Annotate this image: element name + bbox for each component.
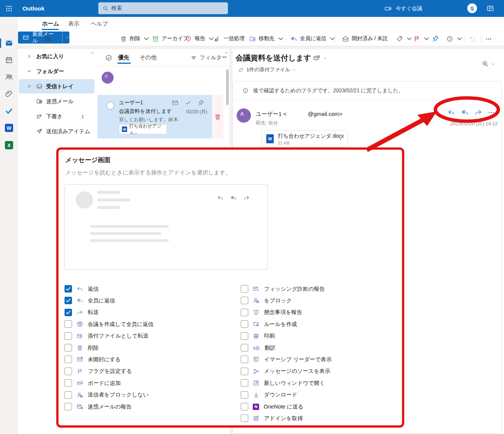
sidebar-item-drafts[interactable]: 下書き 1 <box>19 109 94 123</box>
more-actions-icon[interactable] <box>488 109 495 116</box>
option-row-shieldalert[interactable]: 懸念事項を報告 <box>241 308 302 317</box>
complete-check-icon[interactable] <box>185 99 192 106</box>
delete-button[interactable]: 削除 <box>120 33 150 44</box>
move-to-button[interactable]: 移動先 <box>249 33 284 44</box>
sidebar-favorites[interactable]: お気に入り <box>19 49 94 63</box>
archive-button[interactable]: アーカイブ <box>152 33 188 44</box>
undo-icon[interactable] <box>469 35 476 42</box>
filter-icon[interactable] <box>190 55 197 61</box>
tab-view[interactable]: 表示 <box>68 20 80 27</box>
meet-now-button[interactable]: 今すぐ会議 <box>384 0 422 17</box>
select-all-icon[interactable] <box>105 54 112 62</box>
skype-icon[interactable]: S <box>467 3 477 13</box>
zoom-icon[interactable] <box>482 60 489 67</box>
new-mail-button[interactable]: 新規メール <box>18 32 69 44</box>
option-row-trash[interactable]: 削除 <box>64 344 99 352</box>
option-checkbox[interactable] <box>241 344 248 351</box>
option-checkbox[interactable] <box>241 391 248 399</box>
scroll-up-icon[interactable] <box>224 51 228 55</box>
option-row-personadd[interactable]: 送信者をブロックしない <box>64 391 148 399</box>
pin-icon[interactable] <box>432 35 440 42</box>
option-row-translate[interactable]: aあ翻訳 <box>241 344 276 352</box>
option-row-mailunread[interactable]: 未開封にする <box>64 355 121 363</box>
option-checkbox[interactable] <box>64 356 72 363</box>
option-checkbox[interactable] <box>241 414 248 422</box>
option-row-immersive[interactable]: イマーシブ リーダーで表示 <box>241 355 332 363</box>
option-checkbox[interactable] <box>241 368 248 375</box>
sender-avatar[interactable] <box>237 108 251 123</box>
categorize-button[interactable] <box>396 33 413 44</box>
option-row-flag[interactable]: フラグを設定する <box>64 367 132 375</box>
option-checkbox[interactable] <box>64 368 72 375</box>
option-checkbox[interactable] <box>64 403 72 410</box>
search-input[interactable]: 検索 <box>98 2 228 14</box>
option-checkbox[interactable] <box>64 309 72 316</box>
chevron-down-icon[interactable] <box>339 137 343 141</box>
reply-all-icon[interactable] <box>461 108 469 116</box>
sidebar-item-junk[interactable]: 迷惑メール <box>19 94 94 108</box>
attachment-chip[interactable]: W 打ち合わせアジェ... <box>119 124 167 134</box>
option-checkbox[interactable] <box>64 344 72 351</box>
filter-label[interactable]: フィルター <box>200 54 227 61</box>
option-checkbox[interactable] <box>241 297 248 304</box>
reply-icon[interactable] <box>447 108 455 116</box>
pin-icon[interactable] <box>198 99 205 106</box>
option-row-calmeeting[interactable]: 会議を作成して全員に返信 <box>64 320 153 328</box>
option-row-openwin[interactable]: 新しいウィンドウで開く <box>241 379 325 387</box>
forward-icon[interactable] <box>474 108 482 116</box>
hamburger-menu-icon[interactable] <box>44 35 52 43</box>
option-checkbox[interactable] <box>241 379 248 387</box>
sweep-button[interactable]: 一括処理 <box>214 33 244 44</box>
list-scrollbar-thumb[interactable] <box>226 69 229 105</box>
option-checkbox[interactable] <box>241 285 248 293</box>
option-row-sourcegraph[interactable]: メッセージのソースを表示 <box>241 367 330 375</box>
message-status-icon[interactable] <box>313 54 320 62</box>
option-row-download[interactable]: ダウンロード <box>241 391 297 399</box>
option-checkbox[interactable] <box>64 332 72 340</box>
option-checkbox[interactable] <box>241 356 248 363</box>
option-checkbox[interactable] <box>241 309 248 316</box>
chevron-down-icon[interactable] <box>27 69 32 74</box>
option-row-rulefolder[interactable]: ルールを作成 <box>241 320 297 328</box>
tab-home[interactable]: ホーム <box>42 20 59 27</box>
tab-help[interactable]: ヘルプ <box>91 20 108 27</box>
read-unread-button[interactable]: 開封済み / 未読 <box>342 33 388 44</box>
chevron-down-icon[interactable] <box>491 62 495 66</box>
option-row-addins[interactable]: アドインを取得 <box>241 414 303 422</box>
rail-calendar-icon[interactable] <box>5 56 13 64</box>
option-checkbox[interactable] <box>64 379 72 387</box>
app-launcher-icon[interactable] <box>5 5 13 12</box>
option-row-personblock[interactable]: をブロック <box>241 296 292 305</box>
option-checkbox[interactable] <box>241 403 248 410</box>
new-mail-chevron-icon[interactable] <box>66 36 69 39</box>
chevron-right-icon[interactable] <box>27 84 32 89</box>
rail-word-icon[interactable]: W <box>5 124 13 132</box>
attachments-summary[interactable]: 1件の添付ファイル <box>238 66 296 73</box>
option-checkbox[interactable] <box>64 285 72 293</box>
rail-excel-icon[interactable]: X <box>5 141 13 149</box>
message-row[interactable]: ユーザー1 会議資料を送付します 02/20 (月) 宜しくお願いします。鈴木 … <box>98 95 221 138</box>
report-button[interactable]: 報告 <box>185 33 215 44</box>
option-row-reply[interactable]: 返信 <box>64 285 99 293</box>
mark-read-icon[interactable] <box>172 99 178 106</box>
more-options-icon[interactable] <box>485 36 492 42</box>
option-row-phishing[interactable]: フィッシング詐欺の報告 <box>241 285 325 293</box>
to-line[interactable]: 宛先: 自分 <box>256 120 278 126</box>
snooze-button[interactable] <box>446 33 463 44</box>
option-row-replyall[interactable]: 全員に返信 <box>64 296 115 305</box>
chevron-down-icon[interactable] <box>323 56 327 60</box>
flag-button[interactable] <box>413 33 430 44</box>
option-row-board[interactable]: ボードに追加 <box>64 379 121 387</box>
option-checkbox[interactable] <box>241 320 248 328</box>
option-checkbox[interactable] <box>64 391 72 399</box>
sidebar-item-sent[interactable]: 送信済みアイテム <box>19 124 94 138</box>
option-checkbox[interactable] <box>241 332 248 340</box>
reply-all-button[interactable]: 全員に返信 <box>290 33 336 44</box>
message-select-circle[interactable] <box>106 102 114 110</box>
rail-attachments-icon[interactable] <box>5 90 13 98</box>
tab-focused[interactable]: 優先 <box>118 54 129 61</box>
option-checkbox[interactable] <box>64 320 72 328</box>
delete-message-icon[interactable] <box>214 113 221 120</box>
tab-other[interactable]: その他 <box>140 54 157 61</box>
option-row-printer[interactable]: 印刷 <box>241 332 275 340</box>
